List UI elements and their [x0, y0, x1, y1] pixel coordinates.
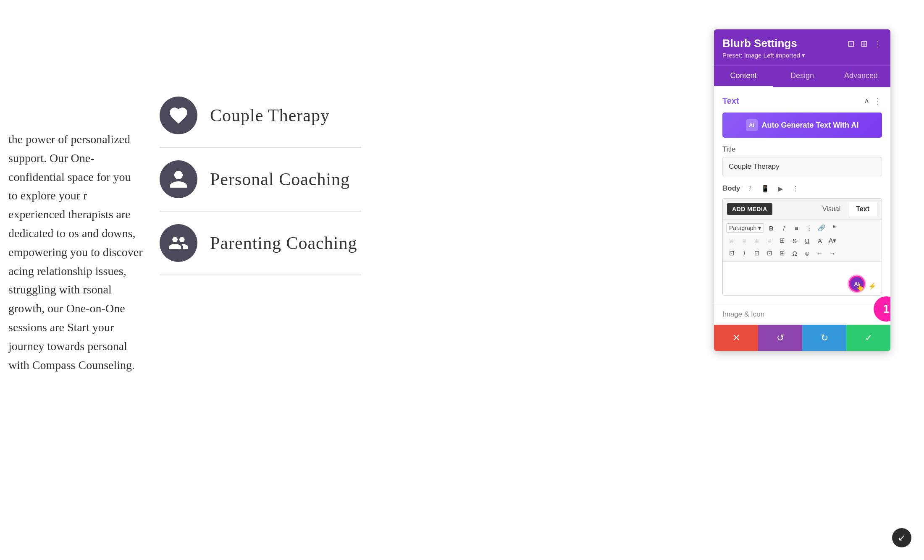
section-more-icon[interactable]: ⋮	[874, 96, 882, 106]
settings-panel: Blurb Settings ⊡ ⊞ ⋮ Preset: Image Left …	[714, 29, 890, 351]
group-icon	[168, 233, 189, 254]
clear-format-icon[interactable]: I	[739, 248, 750, 259]
table-icon[interactable]: ⊞	[777, 235, 788, 246]
tab-advanced[interactable]: Advanced	[832, 65, 890, 87]
image-icon-section-label: Image & Icon	[714, 304, 890, 324]
expand-icon[interactable]: ⊞	[777, 248, 788, 259]
indent-icon[interactable]: ⊡	[751, 248, 762, 259]
align-right-icon[interactable]: ≡	[751, 235, 762, 246]
editor-container: ADD MEDIA Visual Text Paragraph	[722, 198, 882, 296]
parenting-coaching-icon	[160, 224, 197, 262]
panel-body: Text ∧ ⋮ AI Auto Generate Text With AI T…	[714, 87, 890, 304]
list-item: Couple Therapy	[160, 84, 361, 148]
add-media-button[interactable]: ADD MEDIA	[727, 203, 772, 215]
couple-therapy-icon	[160, 97, 197, 134]
more-options-icon[interactable]: ⋮	[874, 39, 882, 49]
collapse-icon[interactable]: ∧	[864, 96, 869, 105]
personal-coaching-label: Personal Coaching	[210, 169, 350, 189]
confirm-button[interactable]: ✓	[846, 325, 890, 351]
strikethrough-icon[interactable]: S	[789, 235, 800, 246]
panel-title: Blurb Settings	[722, 37, 797, 50]
link-icon[interactable]: 🔗	[816, 222, 827, 233]
editor-content[interactable]: AI 👆 ⚡	[723, 262, 882, 295]
mobile-icon[interactable]: 📱	[760, 183, 771, 194]
outdent-icon[interactable]: ⊡	[764, 248, 775, 259]
editor-toolbar: Paragraph ▾ B I ≡ ⋮ 🔗 ❝ ≡ ≡ ≡	[723, 220, 882, 262]
italic-icon[interactable]: I	[778, 222, 789, 233]
action-bar: ✕ ↺ ↻ ✓	[714, 324, 890, 351]
editor-ai-button[interactable]: AI 👆	[849, 276, 865, 292]
blockquote-icon[interactable]: ❝	[829, 222, 840, 233]
align-left-icon[interactable]: ≡	[726, 235, 737, 246]
editor-toolbar-row-1: Paragraph ▾ B I ≡ ⋮ 🔗 ❝	[726, 222, 878, 233]
editor-toolbar-row-3: ⊡ I ⊡ ⊡ ⊞ Ω ☺ ← →	[726, 248, 878, 259]
font-color-icon[interactable]: A	[814, 235, 825, 246]
title-input[interactable]	[722, 157, 882, 176]
text-section-header: Text ∧ ⋮	[722, 96, 882, 106]
panel-header-top: Blurb Settings ⊡ ⊞ ⋮	[722, 37, 882, 50]
ai-generate-button[interactable]: AI Auto Generate Text With AI	[722, 113, 882, 138]
text-section-title: Text	[722, 96, 739, 106]
left-text-content: the power of personalized support. Our O…	[0, 122, 151, 383]
emoji-icon[interactable]: ☺	[802, 248, 813, 259]
fullscreen-icon[interactable]: ⊡	[848, 39, 855, 49]
panel-subtitle: Preset: Image Left imported ▾	[722, 52, 805, 59]
cursor-hand-icon: 👆	[856, 283, 864, 291]
align-center-icon[interactable]: ≡	[739, 235, 750, 246]
ordered-list-icon[interactable]: ⋮	[803, 222, 814, 233]
panel-scroll-area[interactable]: Text ∧ ⋮ AI Auto Generate Text With AI T…	[714, 87, 890, 324]
font-size-icon[interactable]: A▾	[827, 235, 838, 246]
body-toolbar: Body ? 📱 ▶ ⋮	[722, 183, 882, 194]
underline-icon[interactable]: U	[802, 235, 813, 246]
couple-therapy-label: Couple Therapy	[210, 105, 330, 126]
cursor-icon[interactable]: ▶	[775, 183, 786, 194]
body-more-icon[interactable]: ⋮	[790, 183, 801, 194]
tab-content[interactable]: Content	[714, 65, 773, 87]
split-icon[interactable]: ⊞	[861, 39, 868, 49]
undo-icon[interactable]: ←	[814, 248, 825, 259]
section-header-controls: ∧ ⋮	[864, 96, 882, 106]
corner-settings-icon[interactable]: ↙	[892, 528, 911, 547]
editor-toolbar-row-2: ≡ ≡ ≡ ≡ ⊞ S U A A▾	[726, 235, 878, 246]
service-list: Couple Therapy Personal Coaching Parenti…	[160, 84, 361, 275]
help-icon[interactable]: ?	[745, 183, 756, 194]
editor-tab-group: Visual Text	[815, 202, 877, 216]
unordered-list-icon[interactable]: ≡	[791, 222, 802, 233]
heart-icon	[168, 105, 189, 126]
list-item: Personal Coaching	[160, 148, 361, 212]
panel-header-icons: ⊡ ⊞ ⋮	[848, 39, 882, 49]
wand-icon: ⚡	[868, 282, 877, 290]
redo-button[interactable]: ↻	[802, 325, 846, 351]
undo-button[interactable]: ↺	[758, 325, 802, 351]
redo-icon[interactable]: →	[827, 248, 838, 259]
body-text: the power of personalized support. Our O…	[8, 133, 143, 372]
special-char-icon[interactable]: Ω	[789, 248, 800, 259]
body-label: Body	[722, 184, 740, 193]
tab-design[interactable]: Design	[773, 65, 832, 87]
panel-header: Blurb Settings ⊡ ⊞ ⋮ Preset: Image Left …	[714, 29, 890, 65]
tab-text[interactable]: Text	[848, 202, 877, 216]
parenting-coaching-label: Parenting Coaching	[210, 233, 357, 253]
list-item: Parenting Coaching	[160, 212, 361, 275]
bold-icon[interactable]: B	[766, 222, 777, 233]
editor-wand-button[interactable]: ⚡	[866, 280, 878, 292]
tab-visual[interactable]: Visual	[815, 202, 848, 216]
copy-icon[interactable]: ⊡	[726, 248, 737, 259]
justify-icon[interactable]: ≡	[764, 235, 775, 246]
paragraph-select[interactable]: Paragraph ▾	[726, 223, 764, 233]
cancel-button[interactable]: ✕	[714, 325, 758, 351]
personal-coaching-icon	[160, 160, 197, 198]
person-icon	[168, 169, 189, 190]
arrow-icon: ↙	[898, 532, 906, 543]
title-label: Title	[722, 145, 882, 154]
ai-icon: AI	[746, 119, 758, 131]
panel-tabs: Content Design Advanced	[714, 65, 890, 87]
